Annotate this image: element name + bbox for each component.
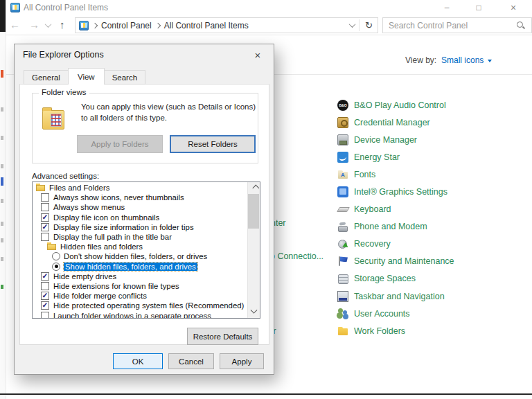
apply-to-folders-button[interactable]: Apply to Folders: [77, 135, 163, 153]
control-panel-item[interactable]: Phone and Modem: [337, 218, 530, 236]
advanced-setting-item[interactable]: Launch folder windows in a separate proc…: [33, 310, 248, 318]
forward-icon[interactable]: →: [29, 19, 39, 30]
control-panel-item[interactable]: Recovery: [337, 236, 530, 253]
dialog-close-icon[interactable]: ×: [250, 48, 265, 62]
occluded-icon-sliver: [1, 285, 3, 289]
recent-locations-chevron-icon[interactable]: [45, 21, 52, 28]
control-panel-item[interactable]: B&O Play Audio Control: [337, 96, 530, 114]
advanced-setting-item[interactable]: ✓Hide protected operating system files (…: [33, 301, 248, 310]
storage-spaces-icon: [337, 273, 348, 284]
search-icon[interactable]: [516, 21, 525, 30]
control-panel-item[interactable]: Device Manager: [337, 131, 530, 148]
advanced-setting-label: Display the full path in the title bar: [53, 233, 172, 241]
advanced-setting-item[interactable]: ✓Display file size information in folder…: [33, 222, 248, 232]
scrollbar[interactable]: [247, 182, 260, 318]
restore-defaults-button[interactable]: Restore Defaults: [187, 328, 258, 345]
advanced-setting-label: Always show icons, never thumbnails: [53, 193, 184, 202]
scroll-up-icon[interactable]: [248, 182, 259, 194]
dialog-title: File Explorer Options: [23, 50, 104, 60]
search-box: [382, 17, 532, 33]
control-panel-item[interactable]: Work Folders: [337, 322, 530, 339]
tab-general[interactable]: General: [24, 70, 69, 85]
view-by-label: View by:: [405, 55, 436, 65]
radio-button[interactable]: [52, 263, 60, 271]
address-dropdown-chevron-icon[interactable]: [349, 21, 356, 28]
advanced-setting-item[interactable]: Hide extensions for known file types: [33, 281, 248, 291]
control-panel-item[interactable]: Storage Spaces: [337, 270, 530, 287]
checkbox[interactable]: ✓: [41, 213, 49, 222]
control-panel-item-label: Credential Manager: [354, 118, 430, 127]
control-panel-item[interactable]: Credential Manager: [337, 114, 530, 131]
advanced-setting-item[interactable]: ✓Display file icon on thumbnails: [33, 213, 248, 222]
maximize-button[interactable]: □: [463, 0, 495, 15]
control-panel-item[interactable]: Taskbar and Navigation: [337, 287, 530, 305]
checkbox[interactable]: [41, 233, 49, 241]
tab-search[interactable]: Search: [104, 70, 145, 85]
address-bar[interactable]: Control Panel All Control Panel Items ↻: [75, 17, 378, 33]
advanced-settings-label: Advanced settings:: [32, 172, 99, 180]
control-panel-item[interactable]: Security and Maintenance: [337, 253, 530, 270]
control-panel-item[interactable]: Fonts: [337, 166, 530, 183]
folder-icon: [47, 242, 56, 251]
close-button[interactable]: ×: [495, 0, 532, 15]
breadcrumb-current[interactable]: All Control Panel Items: [164, 21, 249, 30]
advanced-setting-item[interactable]: ✓Hide empty drives: [33, 272, 248, 281]
scroll-down-icon[interactable]: [248, 306, 259, 318]
advanced-setting-item[interactable]: Display the full path in the title bar: [33, 232, 248, 242]
bo-play-icon: [337, 100, 348, 111]
search-input[interactable]: [383, 21, 516, 30]
advanced-setting-label: Display file size information in folder …: [53, 223, 194, 231]
refresh-icon[interactable]: ↻: [364, 20, 374, 30]
control-panel-item[interactable]: User Accounts: [337, 305, 530, 322]
advanced-setting-label: Hidden files and folders: [60, 242, 143, 251]
checkbox[interactable]: [41, 282, 49, 290]
breadcrumb-root[interactable]: Control Panel: [101, 21, 152, 30]
checkbox[interactable]: ✓: [41, 223, 49, 231]
cancel-button[interactable]: Cancel: [168, 353, 214, 369]
occluded-window-edge: [0, 0, 6, 32]
control-panel-item-label: Keyboard: [354, 204, 391, 214]
reset-folders-button[interactable]: Reset Folders: [170, 135, 256, 153]
advanced-setting-item[interactable]: ✓Hide folder merge conflicts: [33, 291, 248, 301]
advanced-setting-item[interactable]: Always show menus: [33, 202, 248, 212]
advanced-setting-label: Files and Folders: [49, 184, 109, 192]
breadcrumb-chevron-icon[interactable]: [92, 22, 98, 28]
advanced-setting-item[interactable]: Show hidden files, folders, and drives: [33, 262, 248, 272]
ok-button[interactable]: OK: [113, 353, 163, 369]
control-panel-item-label: Recovery: [354, 239, 391, 249]
control-panel-item-label: Device Manager: [354, 135, 417, 145]
checkbox[interactable]: [41, 312, 49, 318]
control-panel-item[interactable]: Keyboard: [337, 201, 530, 218]
view-by-value: Small icons: [441, 55, 484, 65]
breadcrumb-chevron-icon[interactable]: [154, 22, 160, 28]
checkbox[interactable]: [41, 193, 49, 202]
user-accounts-icon: [337, 308, 348, 319]
phone-modem-icon: [337, 221, 348, 232]
back-icon[interactable]: ←: [10, 19, 20, 30]
advanced-setting-label: Don't show hidden files, folders, or dri…: [64, 252, 207, 260]
advanced-setting-item[interactable]: Files and Folders: [33, 183, 248, 193]
checkbox[interactable]: ✓: [41, 292, 49, 300]
advanced-setting-item[interactable]: Always show icons, never thumbnails: [33, 193, 248, 202]
checkbox[interactable]: [41, 203, 49, 211]
folder-views-group: Folder views You can apply this view (su…: [32, 93, 258, 163]
advanced-setting-label: Hide protected operating system files (R…: [53, 301, 244, 310]
apply-button[interactable]: Apply: [220, 353, 264, 369]
occluded-left-column: [0, 0, 6, 399]
control-panel-item-label: Phone and Modem: [354, 222, 427, 231]
tab-view[interactable]: View: [68, 68, 105, 85]
view-by-dropdown[interactable]: Small icons: [441, 55, 492, 65]
checkbox[interactable]: ✓: [41, 301, 49, 310]
control-panel-item[interactable]: Intel® Graphics Settings: [337, 183, 530, 200]
checkbox[interactable]: ✓: [41, 272, 49, 281]
credential-manager-icon: [337, 117, 348, 128]
scrollbar-thumb[interactable]: [248, 194, 259, 229]
control-panel-item-label: Work Folders: [354, 326, 405, 336]
minimize-button[interactable]: –: [431, 0, 463, 15]
dropdown-caret-icon: [488, 60, 492, 62]
up-icon[interactable]: ↑: [60, 19, 65, 30]
radio-button[interactable]: [52, 252, 60, 260]
advanced-setting-item[interactable]: Don't show hidden files, folders, or dri…: [33, 251, 248, 261]
control-panel-item[interactable]: Energy Star: [337, 148, 530, 166]
advanced-setting-item[interactable]: Hidden files and folders: [33, 242, 248, 251]
